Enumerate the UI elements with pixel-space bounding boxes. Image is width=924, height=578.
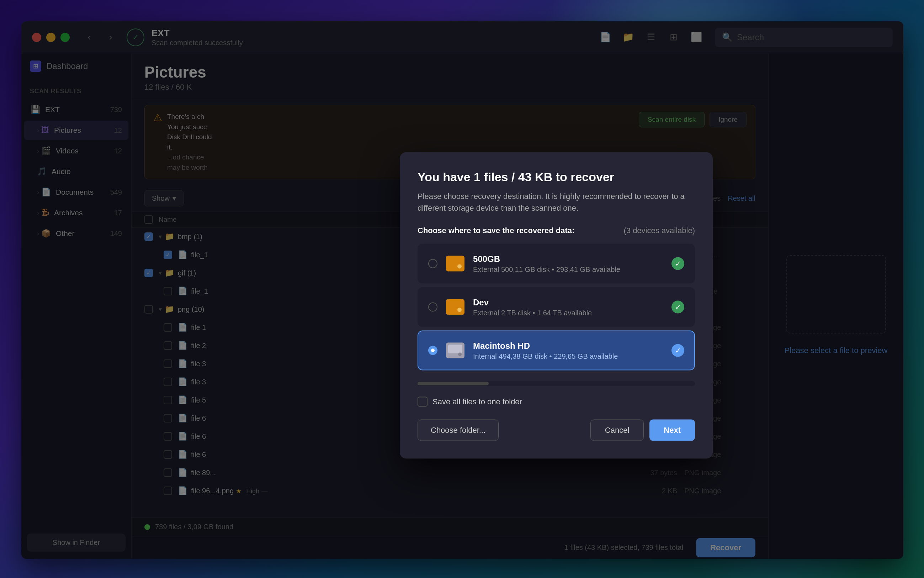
device-name-dev: Dev	[473, 297, 664, 307]
device-info-dev: Dev External 2 TB disk • 1,64 TB availab…	[473, 297, 664, 317]
device-icon-wrap	[445, 253, 466, 274]
device-item-macintosh-hd[interactable]: Macintosh HD Internal 494,38 GB disk • 2…	[417, 331, 695, 370]
recovery-modal: You have 1 files / 43 KB to recover Plea…	[400, 152, 713, 459]
device-details-mac: Internal 494,38 GB disk • 229,65 GB avai…	[473, 352, 664, 360]
device-radio-mac	[428, 346, 437, 355]
modal-overlay: You have 1 files / 43 KB to recover Plea…	[21, 21, 903, 559]
modal-choose-label: Choose where to save the recovered data:…	[417, 226, 695, 235]
app-window: ‹ › ✓ EXT Scan completed successfully 📄 …	[21, 21, 903, 559]
next-button[interactable]: Next	[649, 420, 695, 441]
device-info-500gb: 500GB External 500,11 GB disk • 293,41 G…	[473, 254, 664, 273]
save-all-label: Save all files to one folder	[432, 397, 522, 406]
modal-scrollbar[interactable]	[417, 381, 695, 386]
hdd-dev-icon	[446, 299, 464, 315]
device-radio-dev	[428, 302, 437, 312]
choose-folder-button[interactable]: Choose folder...	[417, 420, 498, 441]
modal-right-buttons: Cancel Next	[591, 420, 695, 441]
device-item-dev[interactable]: Dev External 2 TB disk • 1,64 TB availab…	[417, 287, 695, 327]
hdd-500gb-icon	[446, 256, 464, 271]
modal-actions: Choose folder... Cancel Next	[417, 420, 695, 441]
device-icon-wrap-mac	[445, 340, 466, 361]
device-checkmark-dev: ✓	[672, 301, 684, 313]
device-item-500gb[interactable]: 500GB External 500,11 GB disk • 293,41 G…	[417, 244, 695, 284]
hdd-mac-icon	[446, 343, 464, 359]
device-details-dev: External 2 TB disk • 1,64 TB available	[473, 308, 664, 317]
device-info-mac: Macintosh HD Internal 494,38 GB disk • 2…	[473, 341, 664, 360]
save-all-checkbox[interactable]	[417, 397, 427, 407]
device-name-mac: Macintosh HD	[473, 341, 664, 351]
device-details-500gb: External 500,11 GB disk • 293,41 GB avai…	[473, 265, 664, 273]
device-checkmark-500gb: ✓	[672, 257, 684, 270]
modal-description: Please choose recovery destination. It i…	[417, 190, 695, 214]
cancel-button[interactable]: Cancel	[591, 420, 644, 441]
device-radio-500gb	[428, 259, 437, 268]
save-folder-row: Save all files to one folder	[417, 397, 695, 407]
modal-scrollbar-thumb	[417, 382, 489, 385]
modal-title: You have 1 files / 43 KB to recover	[417, 170, 695, 184]
device-icon-wrap-dev	[445, 297, 466, 318]
device-list: 500GB External 500,11 GB disk • 293,41 G…	[417, 244, 695, 370]
device-name-500gb: 500GB	[473, 254, 664, 264]
devices-count: (3 devices available)	[623, 226, 695, 235]
choose-label-text: Choose where to save the recovered data:	[417, 226, 574, 235]
device-checkmark-mac: ✓	[672, 344, 684, 357]
